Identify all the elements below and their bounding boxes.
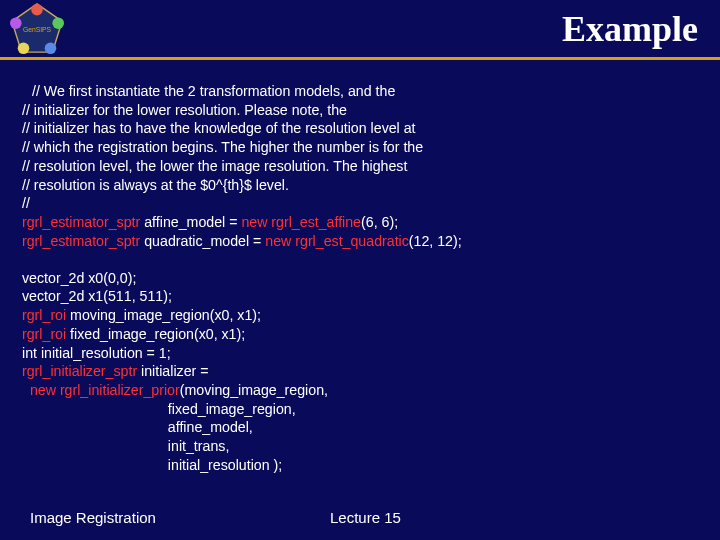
- svg-point-5: [10, 17, 22, 29]
- code-text: initializer =: [137, 363, 208, 379]
- comment-line: // resolution is always at the $0^{th}$ …: [22, 176, 698, 195]
- svg-point-2: [52, 17, 64, 29]
- type-keyword: rgrl_est_affine: [271, 214, 361, 230]
- code-line-quadratic: rgrl_estimator_sptr quadratic_model = ne…: [22, 232, 698, 251]
- new-keyword: new: [241, 214, 267, 230]
- code-text: quadratic_model =: [140, 233, 265, 249]
- type-keyword: rgrl_roi: [22, 307, 66, 323]
- code-line: fixed_image_region,: [22, 400, 698, 419]
- type-keyword: rgrl_estimator_sptr: [22, 214, 140, 230]
- svg-point-1: [31, 4, 43, 16]
- code-line: affine_model,: [22, 418, 698, 437]
- comment-line: // resolution level, the lower the image…: [22, 157, 698, 176]
- code-line: new rgrl_initializer_prior(moving_image_…: [22, 381, 698, 400]
- type-keyword: rgrl_estimator_sptr: [22, 233, 140, 249]
- slide-header: GenSIPS Example: [0, 0, 720, 60]
- footer-topic: Image Registration: [30, 509, 156, 526]
- code-line-affine: rgrl_estimator_sptr affine_model = new r…: [22, 213, 698, 232]
- code-line: int initial_resolution = 1;: [22, 344, 698, 363]
- code-text: moving_image_region(x0, x1);: [66, 307, 261, 323]
- new-keyword: new: [265, 233, 291, 249]
- type-keyword: rgrl_initializer_sptr: [22, 363, 137, 379]
- code-line: init_trans,: [22, 437, 698, 456]
- slide-title: Example: [562, 8, 698, 50]
- new-keyword: new: [30, 382, 56, 398]
- type-keyword: rgrl_initializer_prior: [60, 382, 180, 398]
- code-block: // We first instantiate the 2 transforma…: [0, 60, 720, 475]
- code-text: (6, 6);: [361, 214, 398, 230]
- type-keyword: rgrl_roi: [22, 326, 66, 342]
- code-text: affine_model =: [140, 214, 241, 230]
- comment-line: //: [22, 194, 698, 213]
- code-text: fixed_image_region(x0, x1);: [66, 326, 245, 342]
- code-line: rgrl_roi moving_image_region(x0, x1);: [22, 306, 698, 325]
- logo-icon: GenSIPS: [8, 2, 66, 56]
- footer-lecture: Lecture 15: [330, 509, 401, 526]
- comment-line: // initializer has to have the knowledge…: [22, 119, 698, 138]
- type-keyword: rgrl_est_quadratic: [295, 233, 409, 249]
- code-text: [22, 382, 30, 398]
- code-line: initial_resolution );: [22, 456, 698, 475]
- comment-line: // We first instantiate the 2 transforma…: [22, 82, 698, 101]
- svg-text:GenSIPS: GenSIPS: [23, 26, 52, 33]
- code-text: (12, 12);: [409, 233, 462, 249]
- code-line: rgrl_initializer_sptr initializer =: [22, 362, 698, 381]
- comment-line: // initializer for the lower resolution.…: [22, 101, 698, 120]
- svg-point-4: [18, 43, 30, 55]
- code-text: (moving_image_region,: [180, 382, 328, 398]
- comment-line: // which the registration begins. The hi…: [22, 138, 698, 157]
- code-line: rgrl_roi fixed_image_region(x0, x1);: [22, 325, 698, 344]
- code-line: vector_2d x0(0,0);: [22, 269, 698, 288]
- code-line: vector_2d x1(511, 511);: [22, 287, 698, 306]
- svg-point-3: [45, 43, 57, 55]
